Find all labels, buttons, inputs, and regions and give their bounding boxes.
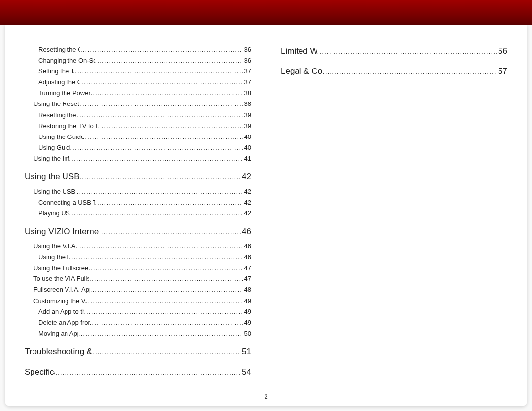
toc-entry-title: Using the USB Media Player [33, 186, 77, 197]
page-number: 2 [5, 393, 527, 400]
toc-entry-page: 37 [243, 66, 251, 77]
toc-entry[interactable]: Turning the Power Indicator On or Off38 [25, 88, 251, 99]
toc-dot-leader [99, 227, 241, 237]
toc-dot-leader [80, 99, 243, 109]
toc-entry[interactable]: Setting the Time Zone37 [25, 66, 251, 77]
toc-entry[interactable]: Using the Hot Keys46 [25, 252, 251, 263]
toc-entry-page: 38 [243, 99, 251, 109]
toc-entry-title: Using the Reset & Admin Menu [33, 99, 80, 109]
toc-entry-title: Delete an App from the My Apps Tab [38, 317, 90, 328]
toc-entry[interactable]: Using the Fullscreen VIA Apps Window47 [25, 263, 251, 274]
page-sheet: Resetting the Content Locks36Changing th… [5, 25, 527, 406]
toc-entry[interactable]: Using the V.I.A. Plus App Dock46 [25, 241, 251, 252]
toc-entry[interactable]: To use the VIA Fullscreen apps window:47 [25, 274, 251, 284]
toc-entry[interactable]: Connecting a USB Thumb Drive to the TV42 [25, 197, 251, 208]
toc-dot-leader [77, 110, 243, 120]
toc-dot-leader [79, 241, 243, 251]
toc-entry[interactable]: Using the USB Media Player42 [25, 170, 251, 184]
toc-entry[interactable]: Adjusting the CEC Settings37 [25, 77, 251, 88]
toc-entry-title: Using Guided Setup [38, 142, 70, 153]
toc-dot-leader [77, 187, 243, 197]
toc-entry[interactable]: Customizing the V.I.A. Apps Window49 [25, 296, 251, 307]
toc-entry-title: Turning the Power Indicator On or Off [38, 88, 91, 99]
toc-dot-leader [323, 67, 497, 77]
toc-entry-page: 46 [243, 252, 251, 263]
toc-dot-leader [95, 56, 243, 66]
toc-entry-title: Playing USB Media [38, 208, 69, 219]
header-banner [0, 0, 532, 25]
toc-dot-leader [95, 198, 243, 207]
toc-entry-title: Using the Hot Keys [38, 252, 69, 263]
toc-column-left: Resetting the Content Locks36Changing th… [25, 44, 251, 391]
toc-dot-leader [69, 208, 243, 218]
toc-entry-page: 57 [497, 65, 507, 79]
toc-dot-leader [97, 121, 243, 131]
toc-entry-title: Setting the Time Zone [38, 66, 73, 77]
toc-entry-title: Using the Guided Setup Menu [38, 132, 83, 142]
toc-dot-leader [80, 45, 243, 55]
toc-entry-page: 38 [243, 88, 251, 99]
toc-entry[interactable]: Legal & Compliance57 [281, 65, 507, 79]
toc-entry[interactable]: Using the USB Media Player42 [25, 186, 251, 197]
toc-dot-leader [69, 154, 243, 164]
toc-entry-page: 46 [241, 225, 251, 239]
toc-entry[interactable]: Fullscreen V.I.A. Apps Window Overview48 [25, 284, 251, 295]
toc-entry-title: Changing the On-Screen Menu Language [38, 55, 95, 66]
toc-entry-page: 36 [243, 44, 251, 55]
toc-entry-title: Using the V.I.A. Plus App Dock [33, 241, 79, 252]
toc-entry-page: 42 [243, 186, 251, 197]
toc-entry-page: 48 [243, 284, 251, 295]
toc-column-right: Limited Warranty56Legal & Compliance57 [281, 44, 507, 391]
toc-entry[interactable]: Using VIZIO Internet Apps Plus™ (VIA Plu… [25, 225, 251, 239]
toc-dot-leader [83, 132, 243, 142]
toc-entry-title: Using the Info Window [33, 153, 69, 164]
toc-entry-title: Specifications [25, 365, 55, 379]
toc-entry-title: Moving an App in My Apps [38, 328, 78, 339]
toc-dot-leader [79, 172, 241, 182]
toc-dot-leader [90, 285, 243, 295]
toc-entry-page: 56 [497, 44, 507, 59]
toc-entry-page: 42 [241, 170, 251, 184]
toc-entry[interactable]: Moving an App in My Apps50 [25, 328, 251, 339]
toc-entry[interactable]: Add an App to the My Apps Tab49 [25, 307, 251, 317]
toc-dot-leader [70, 143, 243, 153]
toc-entry[interactable]: Playing USB Media42 [25, 208, 251, 219]
toc-entry[interactable]: Using the Info Window41 [25, 153, 251, 164]
toc-dot-leader [84, 307, 243, 317]
toc-dot-leader [69, 252, 243, 262]
toc-entry[interactable]: Limited Warranty56 [281, 44, 507, 59]
toc-entry-title: Legal & Compliance [281, 65, 323, 79]
toc-entry-title: Restoring the TV to Factory Default Sett… [38, 121, 97, 132]
toc-entry[interactable]: Changing the On-Screen Menu Language36 [25, 55, 251, 66]
toc-entry-page: 37 [243, 77, 251, 88]
toc-entry[interactable]: Specifications54 [25, 365, 251, 379]
toc-entry-page: 36 [243, 55, 251, 66]
toc-entry-title: To use the VIA Fullscreen apps window: [33, 274, 89, 284]
toc-entry-page: 49 [243, 307, 251, 317]
toc-dot-leader [91, 88, 243, 98]
toc-entry-page: 49 [243, 317, 251, 328]
toc-entry-title: Adjusting the CEC Settings [38, 77, 79, 88]
toc-entry[interactable]: Restoring the TV to Factory Default Sett… [25, 121, 251, 132]
toc-entry-title: Using VIZIO Internet Apps Plus™ (VIA Plu… [25, 225, 99, 239]
toc-entry[interactable]: Delete an App from the My Apps Tab49 [25, 317, 251, 328]
toc-entry-page: 51 [241, 345, 251, 359]
toc-entry[interactable]: Resetting the Content Locks36 [25, 44, 251, 55]
toc-entry[interactable]: Using the Reset & Admin Menu38 [25, 99, 251, 109]
toc-dot-leader [88, 263, 243, 273]
toc-dot-leader [79, 77, 243, 87]
toc-entry-page: 46 [243, 241, 251, 252]
toc-entry-page: 42 [243, 197, 251, 208]
toc-dot-leader [90, 318, 243, 328]
toc-dot-leader [86, 296, 243, 306]
toc-entry-title: Using the USB Media Player [25, 170, 79, 184]
toc-entry[interactable]: Using Guided Setup40 [25, 142, 251, 153]
toc-entry-page: 47 [243, 274, 251, 284]
toc-entry[interactable]: Troubleshooting & Technical Support51 [25, 345, 251, 359]
toc-dot-leader [55, 368, 241, 377]
toc-entry-title: Fullscreen V.I.A. Apps Window Overview [33, 284, 90, 295]
toc-entry[interactable]: Resetting the TV Settings39 [25, 110, 251, 121]
toc-entry-title: Add an App to the My Apps Tab [38, 307, 84, 317]
toc-entry-title: Connecting a USB Thumb Drive to the TV [38, 197, 95, 208]
toc-entry[interactable]: Using the Guided Setup Menu40 [25, 132, 251, 142]
